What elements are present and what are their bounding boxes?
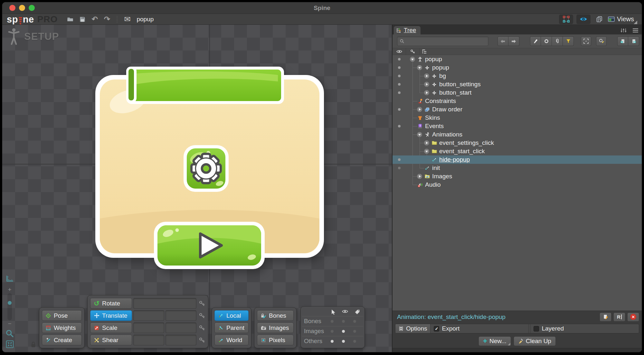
row-dot[interactable] (398, 75, 401, 77)
zoom-slider-knob[interactable] (8, 301, 12, 305)
expander-icon[interactable] (417, 132, 422, 137)
nav-forward-button[interactable] (508, 36, 519, 46)
open-project-button[interactable] (65, 15, 76, 24)
tree-row-hide-popup[interactable]: hide-popup (393, 155, 642, 164)
translate-button[interactable]: Translate (90, 310, 132, 321)
expander-icon[interactable] (417, 65, 422, 70)
weights-button[interactable]: Weights (42, 322, 82, 333)
visible-column-header[interactable] (393, 48, 406, 55)
expander-icon[interactable] (410, 57, 415, 62)
scale-x-field[interactable] (133, 322, 164, 333)
expander-icon[interactable] (424, 73, 429, 79)
ruler-icon[interactable] (6, 275, 14, 282)
delete-animation-button[interactable]: ✕ (627, 313, 639, 322)
tree-column-header-label[interactable] (420, 48, 642, 55)
redo-button[interactable]: ↷ (101, 15, 112, 24)
key-icon[interactable] (198, 313, 205, 319)
translate-x-field[interactable] (133, 310, 164, 321)
row-dot[interactable] (398, 91, 401, 94)
row-dot[interactable] (398, 58, 401, 61)
images-visible-dot[interactable] (342, 330, 345, 333)
viewport-canvas[interactable]: SETUP (2, 25, 392, 352)
menu-icon[interactable] (632, 28, 639, 33)
collapse-all-button[interactable] (617, 36, 628, 46)
shear-x-field[interactable] (133, 335, 164, 345)
expander-icon[interactable] (417, 174, 422, 179)
compensate-pixels-button[interactable]: Pixels (257, 335, 294, 345)
lock-icon[interactable] (31, 341, 36, 348)
key-icon[interactable] (198, 325, 205, 331)
tree-row-button-settings[interactable]: button_settings (393, 80, 642, 89)
focus-selection-button[interactable] (581, 36, 591, 46)
row-dot[interactable] (398, 108, 401, 111)
mail-button[interactable]: ✉ (122, 15, 133, 24)
rotate-button[interactable]: ↺ Rotate (90, 298, 132, 309)
shear-y-field[interactable] (166, 335, 196, 345)
row-dot[interactable] (398, 66, 401, 69)
bones-select-dot[interactable] (331, 320, 334, 323)
others-visible-dot[interactable] (342, 340, 345, 343)
scale-y-field[interactable] (166, 322, 196, 333)
visibility-toggle[interactable] (576, 14, 591, 24)
key-icon[interactable] (198, 300, 205, 306)
images-label-dot[interactable] (353, 330, 356, 333)
create-button[interactable]: Create (42, 335, 82, 345)
others-label-dot[interactable] (353, 340, 356, 343)
tree-row-audio[interactable]: Audio (393, 181, 642, 189)
expander-icon[interactable] (424, 82, 429, 87)
key-column-header[interactable] (406, 48, 420, 55)
compensate-images-button[interactable]: Images (257, 322, 294, 333)
compensate-bones-button[interactable]: Bones (257, 310, 294, 321)
parent-button[interactable]: Parent (214, 322, 249, 333)
tree-row-bone-popup[interactable]: popup (393, 63, 642, 72)
tree-row-event-settings-click[interactable]: event_settings_click (393, 139, 642, 147)
tree-list[interactable]: popup popup bg button_settings (393, 55, 642, 311)
row-dot[interactable] (398, 83, 401, 86)
bones-label-dot[interactable] (353, 320, 356, 323)
world-button[interactable]: World (214, 335, 249, 345)
search-box[interactable] (397, 36, 488, 46)
current-animation-link[interactable]: Animation: event_start_click/hide-popup (397, 313, 598, 321)
clip-filter-button[interactable] (552, 36, 563, 46)
zoom-in-button[interactable]: + (8, 287, 11, 292)
search-settings-button[interactable] (596, 36, 606, 46)
bones-visible-dot[interactable] (342, 320, 345, 323)
ring-filter-button[interactable] (541, 36, 552, 46)
duplicate-animation-button[interactable] (600, 313, 611, 322)
layered-checkbox[interactable] (534, 326, 539, 332)
tree-row-constraints[interactable]: Constraints (393, 97, 642, 105)
images-select-dot[interactable] (331, 330, 334, 333)
scale-button[interactable]: Scale (90, 322, 132, 333)
copy-pages-button[interactable] (594, 15, 605, 24)
shear-button[interactable]: Shear (90, 335, 132, 345)
key-icon[interactable] (198, 337, 205, 343)
row-dot[interactable] (398, 167, 401, 169)
tree-row-draw-order[interactable]: Draw order (393, 105, 642, 114)
expander-icon[interactable] (424, 140, 429, 145)
popup-skeleton-art[interactable] (89, 60, 329, 282)
bounding-boxes-toggle[interactable] (559, 14, 573, 24)
filter-button[interactable] (563, 36, 574, 46)
search-input[interactable] (406, 38, 486, 44)
settings-sliders-icon[interactable] (620, 28, 627, 33)
clean-up-button[interactable]: Clean Up (514, 336, 556, 346)
expander-icon[interactable] (417, 107, 422, 112)
tree-row-images[interactable]: Images (393, 172, 642, 181)
expand-all-button[interactable] (628, 36, 639, 46)
row-dot[interactable] (398, 125, 401, 127)
brush-filter-button[interactable] (530, 36, 541, 46)
undo-button[interactable]: ↶ (89, 15, 100, 24)
pose-button[interactable]: Pose (42, 310, 82, 321)
others-select-dot[interactable] (331, 340, 334, 343)
export-option[interactable]: ✓ Export (431, 324, 529, 333)
new-animation-button[interactable]: + New... (478, 336, 511, 346)
close-button[interactable] (9, 5, 15, 11)
row-dot[interactable] (398, 158, 401, 161)
save-button[interactable] (77, 15, 88, 24)
local-button[interactable]: Local (214, 310, 249, 321)
tree-row-bg[interactable]: bg (393, 72, 642, 80)
tree-row-button-start[interactable]: button_start (393, 89, 642, 97)
translate-y-field[interactable] (166, 310, 196, 321)
tab-tree[interactable]: Tree (394, 26, 421, 34)
zoom-button[interactable] (29, 5, 35, 11)
